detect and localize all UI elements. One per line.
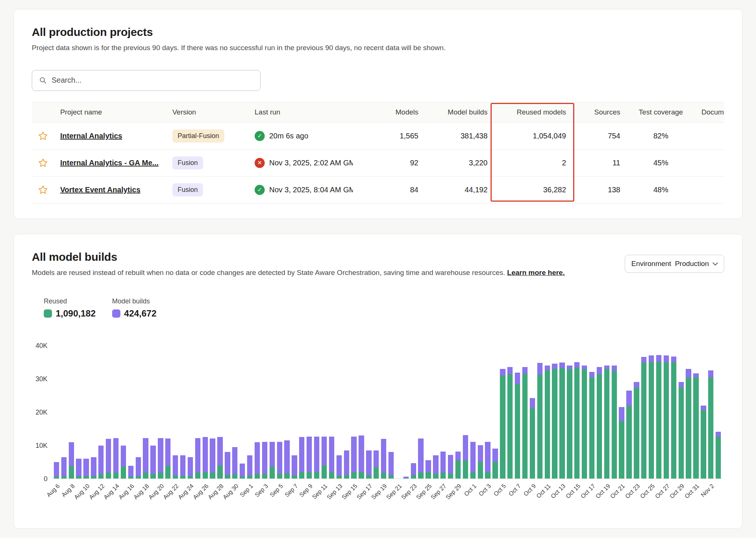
col-models: Models [372, 102, 424, 122]
stacked-bar [439, 346, 447, 479]
legend-model-builds-value: 424,672 [124, 308, 157, 319]
stacked-bar [566, 346, 573, 479]
stacked-bar [462, 346, 469, 479]
x-axis-label: Oct 23 [624, 483, 641, 500]
x-axis-label: Sep 15 [341, 483, 359, 501]
stacked-bar [596, 346, 603, 479]
project-name-link[interactable]: Internal Analytics [60, 132, 122, 140]
learn-more-link[interactable]: Learn more here. [507, 269, 565, 276]
stacked-bar [670, 346, 677, 479]
x-axis-label: Oct 27 [654, 483, 671, 500]
projects-table: Project name Version Last run Models Mod… [32, 102, 724, 204]
stacked-bar [157, 346, 164, 479]
x-axis-label: Oct 15 [565, 483, 582, 500]
table-header-row: Project name Version Last run Models Mod… [32, 102, 724, 122]
x-axis-label: Aug 6 [45, 483, 61, 498]
stacked-bar [529, 346, 536, 479]
y-axis-tick: 20K [36, 409, 47, 416]
stacked-bar [135, 346, 142, 479]
stacked-bar [112, 346, 120, 479]
stacked-bar [268, 346, 276, 479]
y-axis-tick: 0 [44, 475, 47, 483]
legend-item-model-builds: Model builds 424,672 [112, 297, 157, 319]
table-wrap: Project name Version Last run Models Mod… [32, 102, 724, 204]
stacked-bar [291, 346, 298, 479]
stacked-bar [328, 346, 335, 479]
x-axis-label: Oct 13 [550, 483, 567, 500]
stacked-bar [521, 346, 529, 479]
test-coverage-value: 45% [626, 149, 695, 176]
x-axis-label: Oct 29 [669, 483, 686, 500]
x-axis-label: Sep 5 [268, 483, 284, 498]
stacked-bar [365, 346, 372, 479]
builds-subtitle: Models are reused instead of rebuilt whe… [32, 268, 565, 278]
chart-y-axis: 010K20K30K40K [32, 346, 53, 479]
favorite-star-icon[interactable] [38, 158, 48, 168]
stacked-bar [216, 346, 224, 479]
stacked-bar [202, 346, 209, 479]
stacked-bar [142, 346, 150, 479]
stacked-bar [588, 346, 596, 479]
stacked-bar [499, 346, 506, 479]
stacked-bar [469, 346, 477, 479]
stacked-bar [320, 346, 328, 479]
stacked-bar [655, 346, 663, 479]
project-name-link[interactable]: Internal Analytics - GA Me... [60, 159, 159, 167]
col-favorite [32, 102, 54, 122]
table-row: Internal Analytics - GA Me...Fusion✕Nov … [32, 149, 724, 176]
chevron-down-icon [713, 262, 718, 266]
sources-value: 138 [572, 176, 626, 203]
search-input[interactable] [52, 76, 253, 85]
model-builds-value: 3,220 [424, 149, 494, 176]
x-axis-label: Oct 31 [683, 483, 701, 500]
stacked-bar [648, 346, 655, 479]
x-axis-label: Sep 19 [370, 483, 388, 501]
x-axis-label: Sep 3 [253, 483, 269, 498]
stacked-bar [261, 346, 268, 479]
col-version: Version [166, 102, 249, 122]
x-axis-label: Aug 28 [207, 483, 225, 501]
environment-select[interactable]: Environment Production [625, 255, 724, 273]
x-axis-label: Oct 5 [492, 483, 507, 498]
environment-label: Environment [631, 260, 671, 268]
stacked-bar [120, 346, 127, 479]
stacked-bar [305, 346, 313, 479]
stacked-bar [387, 346, 395, 479]
stacked-bar [313, 346, 320, 479]
project-name-link[interactable]: Vortex Event Analytics [60, 186, 141, 194]
stacked-bar [514, 346, 521, 479]
stacked-bar [246, 346, 253, 479]
stacked-bar [581, 346, 588, 479]
x-axis-label: Aug 20 [147, 483, 166, 501]
documentation-value [695, 149, 724, 176]
favorite-star-icon[interactable] [38, 131, 48, 141]
last-run-text: 20m 6s ago [269, 132, 308, 140]
table-row: Internal AnalyticsPartial-Fusion✓20m 6s … [32, 122, 724, 149]
x-axis-label: Sep 17 [355, 483, 374, 501]
stacked-bar [283, 346, 291, 479]
page: All production projects Project data sho… [0, 0, 756, 538]
stacked-bar [209, 346, 216, 479]
stacked-bar [127, 346, 135, 479]
search-box[interactable] [32, 70, 261, 91]
y-axis-tick: 30K [36, 375, 47, 383]
stacked-bar [60, 346, 68, 479]
stacked-bar [90, 346, 97, 479]
stacked-bar [350, 346, 358, 479]
favorite-star-icon[interactable] [38, 185, 48, 195]
x-axis-label: Sep 27 [430, 483, 448, 501]
models-value: 1,565 [372, 122, 424, 149]
last-run-text: Nov 3, 2025, 8:04 AM GMT [269, 186, 353, 194]
reused-models-value: 36,282 [494, 176, 572, 203]
x-axis-label: Aug 22 [162, 483, 180, 501]
col-last-run: Last run [249, 102, 372, 122]
stacked-bar [603, 346, 611, 479]
version-badge: Partial-Fusion [172, 129, 224, 143]
documentation-value [695, 176, 724, 203]
x-axis-label: Oct 25 [639, 483, 656, 500]
stacked-bar [454, 346, 462, 479]
stacked-bar [276, 346, 283, 479]
stacked-bar [425, 346, 432, 479]
col-reused-models: Reused models [494, 102, 572, 122]
version-badge: Fusion [172, 156, 203, 169]
